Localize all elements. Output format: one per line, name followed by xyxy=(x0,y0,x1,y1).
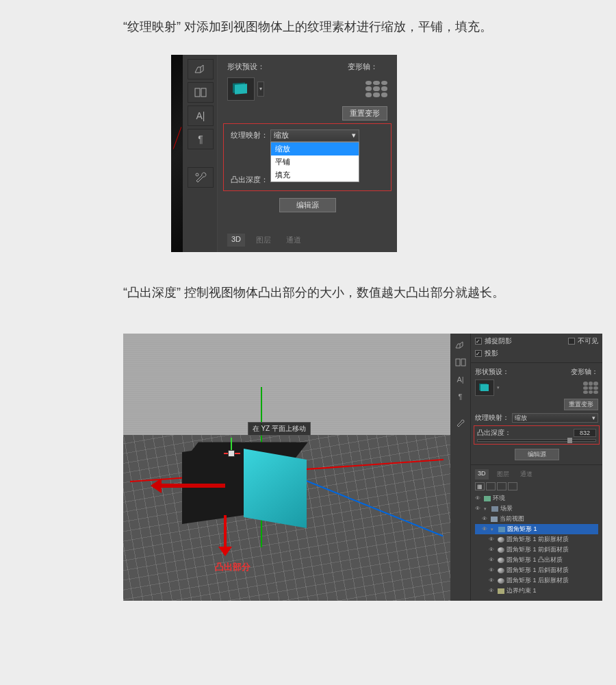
screenshot-extrude-depth: 在 YZ 平面上移动 凸出部分 A| ¶ 捕捉阴影不可见 投影 形状预设：变形轴… xyxy=(123,334,602,601)
move-gizmo[interactable] xyxy=(221,440,242,461)
svg-rect-0 xyxy=(195,88,200,97)
svg-point-2 xyxy=(196,173,198,176)
tree-mat-3[interactable]: 👁圆角矩形 1 凸出材质 xyxy=(475,555,598,565)
cube-icon xyxy=(235,84,247,94)
annotation-arrow-down xyxy=(221,515,231,563)
chevron-down-icon: ▾ xyxy=(352,131,356,140)
reset-deform-button[interactable]: 重置变形 xyxy=(342,106,387,121)
option-scale[interactable]: 缩放 xyxy=(271,142,359,155)
highlight-box: 纹理映射： 缩放▾ 缩放 平铺 填充 凸出深度： xyxy=(223,123,392,191)
svg-rect-1 xyxy=(201,88,206,97)
deform-axis-label-2: 变形轴： xyxy=(571,367,598,377)
filter-icon-2[interactable] xyxy=(486,482,496,490)
shape-preset-thumb[interactable] xyxy=(227,77,255,101)
chevron-down-icon: ▾ xyxy=(592,414,595,421)
highlight-box-2: 凸出深度：832 xyxy=(474,425,600,445)
tool-split-icon[interactable] xyxy=(188,82,214,103)
tool-icon-wrench[interactable] xyxy=(452,414,470,431)
tool-icon-1[interactable] xyxy=(452,337,470,353)
tree-shape-selected[interactable]: 👁▾圆角矩形 1 xyxy=(475,524,598,534)
tool-column: A| ¶ xyxy=(183,55,218,252)
panel-tabs-2: 3D 图层 通道 xyxy=(475,469,598,480)
chevron-down-icon[interactable]: ▾ xyxy=(497,385,500,390)
svg-rect-3 xyxy=(456,359,460,366)
tool-paragraph-icon[interactable]: ¶ xyxy=(188,129,214,149)
option-fill[interactable]: 填充 xyxy=(271,169,359,182)
paragraph-2: “凸出深度” 控制视图物体凸出部分的大小，数值越大凸出部分就越长。 xyxy=(123,279,541,307)
filter-icon-4[interactable] xyxy=(508,482,517,490)
dropdown-list: 缩放 平铺 填充 xyxy=(270,142,359,182)
tree-mat-5[interactable]: 👁圆角矩形 1 后膨胀材质 xyxy=(475,575,598,586)
tool-divider xyxy=(188,152,214,164)
extrude-depth-value[interactable]: 832 xyxy=(574,429,596,437)
checkbox-projection[interactable] xyxy=(475,350,482,357)
filter-icon-3[interactable] xyxy=(497,482,506,490)
tool-text-a-icon[interactable]: A| xyxy=(188,105,214,126)
tree-constraint[interactable]: 👁边界约束 1 xyxy=(475,586,598,596)
tab-channels[interactable]: 通道 xyxy=(282,234,305,247)
catch-shadow-label: 捕捉阴影 xyxy=(485,336,512,346)
tree-scene[interactable]: 👁▾场景 xyxy=(475,503,598,514)
extrude-depth-label-2: 凸出深度： xyxy=(477,428,511,438)
cube-icon xyxy=(480,384,489,391)
paragraph-1: “纹理映射” 对添加到视图物体上的纹理素材进行缩放，平铺，填充。 xyxy=(123,14,541,41)
tab-3d-2[interactable]: 3D xyxy=(475,469,489,480)
invisible-label: 不可见 xyxy=(578,336,598,346)
texture-mapping-dropdown[interactable]: 缩放▾ 缩放 平铺 填充 xyxy=(270,129,359,142)
texture-mapping-label: 纹理映射： xyxy=(231,130,270,140)
tab-channels-2[interactable]: 通道 xyxy=(517,469,535,480)
tree-mat-4[interactable]: 👁圆角矩形 1 后斜面材质 xyxy=(475,565,598,575)
option-tile[interactable]: 平铺 xyxy=(271,155,359,169)
checkbox-catch-shadow[interactable] xyxy=(475,338,482,345)
projection-label: 投影 xyxy=(485,349,498,358)
viewport-tooltip: 在 YZ 平面上移动 xyxy=(248,422,311,436)
tree-current-view[interactable]: 👁当前视图 xyxy=(475,514,598,524)
reset-deform-button-2[interactable]: 重置变形 xyxy=(564,399,598,410)
tool-extrude-icon[interactable] xyxy=(188,59,214,79)
tree-mat-2[interactable]: 👁圆角矩形 1 前斜面材质 xyxy=(475,545,598,555)
properties-panel: 形状预设： 变形轴： ▾ 重置变形 纹理映射： 缩放▾ 缩 xyxy=(218,55,397,252)
tool-icon-text[interactable]: A| xyxy=(452,371,470,388)
tab-3d[interactable]: 3D xyxy=(227,234,245,247)
edit-source-button[interactable]: 编辑源 xyxy=(279,198,336,212)
viewport-sliver xyxy=(171,55,183,252)
panel-tabs: 3D 图层 通道 xyxy=(227,234,305,247)
extrude-depth-label: 凸出深度： xyxy=(231,175,270,185)
preset-thumb-2[interactable] xyxy=(475,379,494,396)
filter-all-icon[interactable]: ▦ xyxy=(475,482,485,490)
tool-wrench-icon[interactable] xyxy=(188,167,214,188)
tree-mat-1[interactable]: 👁圆角矩形 1 前膨胀材质 xyxy=(475,534,598,545)
tree-environment[interactable]: 👁环境 xyxy=(475,493,598,503)
shape-preset-label: 形状预设： xyxy=(227,62,267,72)
checkbox-invisible[interactable] xyxy=(568,338,575,345)
tool-icon-para[interactable]: ¶ xyxy=(452,388,470,405)
scene-tree: 👁环境 👁▾场景 👁当前视图 👁▾圆角矩形 1 👁圆角矩形 1 前膨胀材质 👁圆… xyxy=(475,493,598,596)
tool-icon-2[interactable] xyxy=(452,354,470,371)
preset-dropdown-arrow[interactable]: ▾ xyxy=(257,82,264,97)
tab-layers-2[interactable]: 图层 xyxy=(494,469,512,480)
deform-axis-label: 变形轴： xyxy=(348,62,387,72)
screenshot-texture-mapping: A| ¶ 形状预设： 变形轴： ▾ 重置变形 xyxy=(171,55,397,252)
deform-axis-grid[interactable] xyxy=(365,81,387,97)
texture-map-dropdown-2[interactable]: 缩放▾ xyxy=(512,413,598,423)
side-tool-column: A| ¶ xyxy=(450,334,471,601)
svg-rect-4 xyxy=(461,359,465,366)
annotation-text: 凸出部分 xyxy=(215,561,251,573)
extrude-depth-slider[interactable] xyxy=(477,439,596,442)
deform-axis-grid-2[interactable] xyxy=(583,382,598,394)
3d-viewport[interactable]: 在 YZ 平面上移动 凸出部分 xyxy=(123,334,450,601)
tab-layers[interactable]: 图层 xyxy=(252,234,275,247)
dropdown-value: 缩放 xyxy=(274,130,289,140)
properties-panel-2: 捕捉阴影不可见 投影 形状预设：变形轴： ▾ 重置变形 纹理映射：缩放▾ 凸出深… xyxy=(471,334,602,601)
shape-preset-label-2: 形状预设： xyxy=(475,367,509,377)
edit-source-button-2[interactable]: 编辑源 xyxy=(515,449,559,460)
annotation-arrow-left xyxy=(143,478,225,493)
texture-map-label-2: 纹理映射： xyxy=(475,413,509,423)
